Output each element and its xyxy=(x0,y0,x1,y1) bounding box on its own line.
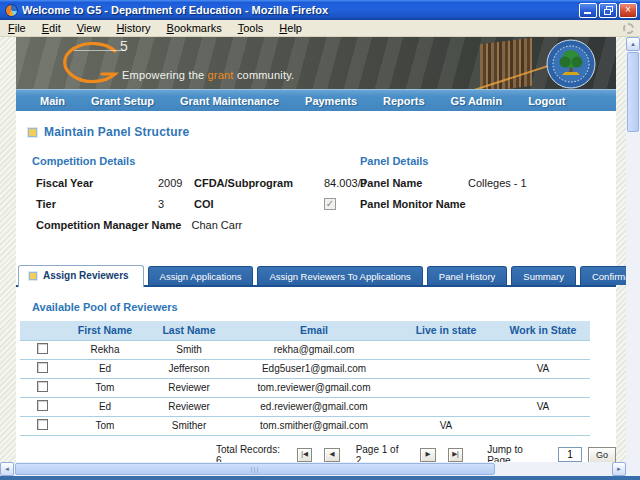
tab-assign-applications[interactable]: Assign Applications xyxy=(148,266,254,285)
prev-page-button[interactable]: ◀ xyxy=(324,448,339,462)
menu-edit[interactable]: Edit xyxy=(40,21,63,35)
jump-to-page-label: Jump to Page xyxy=(487,444,546,463)
panel-name-value: Colleges - 1 xyxy=(468,177,527,189)
first-name-cell: Ed xyxy=(64,359,146,378)
live-in-state-cell xyxy=(396,397,496,416)
reviewers-table-head: First NameLast NameEmailLive in stateWor… xyxy=(20,321,590,340)
work-in-state-cell: VA xyxy=(496,397,590,416)
panel-name-row: Panel Name Colleges - 1 xyxy=(360,177,527,189)
menu-tools[interactable]: Tools xyxy=(236,21,266,35)
go-button[interactable]: Go xyxy=(588,447,616,463)
tier-label: Tier xyxy=(36,198,158,210)
pagination-bar: Total Records: 6 |◀ ◀ Page 1 of 2 ▶ ▶| J… xyxy=(16,444,616,463)
tab-assign-reviewers-to-applications[interactable]: Assign Reviewers To Applications xyxy=(257,266,422,285)
work-in-state-cell xyxy=(496,416,590,435)
tab-assign-reviewers[interactable]: Assign Reviewers xyxy=(18,265,144,287)
coi-label: COI xyxy=(194,198,324,210)
tab-label: Panel History xyxy=(439,271,496,282)
first-name-cell: Tom xyxy=(64,416,146,435)
page-body: Maintain Panel Structure Competition Det… xyxy=(16,111,616,462)
scroll-right-icon[interactable]: ► xyxy=(612,462,626,476)
column-header-work-in-state: Work in State xyxy=(496,321,590,340)
nav-item-payments[interactable]: Payments xyxy=(305,95,357,107)
checkbox-cell xyxy=(20,340,64,359)
title-bar: Welcome to G5 - Department of Education … xyxy=(0,0,640,20)
fiscal-year-row: Fiscal Year 2009 CFDA/Subprogram 84.003/… xyxy=(36,177,616,189)
fiscal-year-label: Fiscal Year xyxy=(36,177,158,189)
firefox-icon xyxy=(5,4,18,17)
live-in-state-cell: VA xyxy=(396,416,496,435)
restore-icon xyxy=(604,6,613,15)
menu-bar-items: FileEditViewHistoryBookmarksToolsHelp xyxy=(6,21,316,35)
minimize-icon xyxy=(584,6,592,14)
window-border xyxy=(0,476,640,480)
live-in-state-cell xyxy=(396,340,496,359)
column-header-first-name: First Name xyxy=(64,321,146,340)
horizontal-scroll-thumb[interactable] xyxy=(15,463,495,475)
vertical-scrollbar[interactable]: ▲ ▼ xyxy=(626,37,640,476)
panel-monitor-label: Panel Monitor Name xyxy=(360,198,468,210)
menu-bar: FileEditViewHistoryBookmarksToolsHelp xyxy=(0,20,640,37)
nav-item-logout[interactable]: Logout xyxy=(528,95,565,107)
banner-tagline: Empowering the grant community. xyxy=(122,69,294,81)
row-checkbox[interactable] xyxy=(37,400,48,411)
tab-confirmation[interactable]: Confirmation xyxy=(580,266,626,285)
row-checkbox[interactable] xyxy=(37,343,48,354)
jump-to-page-input[interactable] xyxy=(558,447,582,462)
first-page-button[interactable]: |◀ xyxy=(297,448,312,462)
minimize-button[interactable] xyxy=(579,3,597,18)
tab-summary[interactable]: Summary xyxy=(511,266,576,285)
scrollbar-corner xyxy=(626,462,640,476)
page-title-row: Maintain Panel Structure xyxy=(28,125,616,139)
browser-window: Welcome to G5 - Department of Education … xyxy=(0,0,640,480)
email-cell: rekha@gmail.com xyxy=(232,340,396,359)
nav-item-main[interactable]: Main xyxy=(40,95,65,107)
table-row: TomReviewertom.reviewer@gmail.com xyxy=(20,378,590,397)
close-button[interactable]: × xyxy=(619,3,637,18)
live-in-state-cell xyxy=(396,378,496,397)
menu-file[interactable]: File xyxy=(6,21,28,35)
competition-details-heading: Competition Details xyxy=(32,155,616,167)
close-icon: × xyxy=(625,5,631,15)
menu-history[interactable]: History xyxy=(114,21,152,35)
page-content: 5 Empowering the grant community. MainGr… xyxy=(16,37,616,462)
row-checkbox[interactable] xyxy=(37,381,48,392)
nav-item-grant-maintenance[interactable]: Grant Maintenance xyxy=(180,95,279,107)
vertical-scroll-thumb[interactable] xyxy=(627,52,639,132)
bookshelf-image xyxy=(480,38,532,89)
menu-help[interactable]: Help xyxy=(277,21,304,35)
nav-item-grant-setup[interactable]: Grant Setup xyxy=(91,95,154,107)
table-row: EdJeffersonEdg5user1@gmail.comVA xyxy=(20,359,590,378)
checkbox-cell xyxy=(20,397,64,416)
manager-row: Competition Manager Name Chan Carr xyxy=(36,219,616,231)
column-header-live-in-state: Live in state xyxy=(396,321,496,340)
row-checkbox[interactable] xyxy=(37,362,48,373)
tab-label: Confirmation xyxy=(592,271,626,282)
pool-heading: Available Pool of Reviewers xyxy=(32,301,616,313)
nav-item-g5-admin[interactable]: G5 Admin xyxy=(451,95,503,107)
main-nav: MainGrant SetupGrant MaintenancePayments… xyxy=(16,89,616,111)
next-page-button[interactable]: ▶ xyxy=(420,448,435,462)
row-checkbox[interactable] xyxy=(37,419,48,430)
email-cell: tom.reviewer@gmail.com xyxy=(232,378,396,397)
nav-item-reports[interactable]: Reports xyxy=(383,95,425,107)
scroll-up-icon[interactable]: ▲ xyxy=(626,37,640,51)
column-header-select xyxy=(20,321,64,340)
menu-bookmarks[interactable]: Bookmarks xyxy=(165,21,224,35)
scroll-left-icon[interactable]: ◄ xyxy=(0,462,14,476)
last-name-cell: Smither xyxy=(146,416,232,435)
tier-row: Tier 3 COI ✓ xyxy=(36,198,616,210)
window-title: Welcome to G5 - Department of Education … xyxy=(22,4,577,16)
menu-view[interactable]: View xyxy=(75,21,103,35)
last-page-button[interactable]: ▶| xyxy=(448,448,463,462)
tagline-pre: Empowering the xyxy=(122,69,208,81)
horizontal-scrollbar[interactable]: ◄ ► xyxy=(0,462,626,476)
work-in-state-cell: VA xyxy=(496,359,590,378)
first-name-cell: Tom xyxy=(64,378,146,397)
tab-label: Assign Applications xyxy=(160,271,242,282)
restore-button[interactable] xyxy=(599,3,617,18)
tab-panel-history[interactable]: Panel History xyxy=(427,266,508,285)
table-row: RekhaSmithrekha@gmail.com xyxy=(20,340,590,359)
panel-name-label: Panel Name xyxy=(360,177,468,189)
panel-details-heading: Panel Details xyxy=(360,155,527,167)
